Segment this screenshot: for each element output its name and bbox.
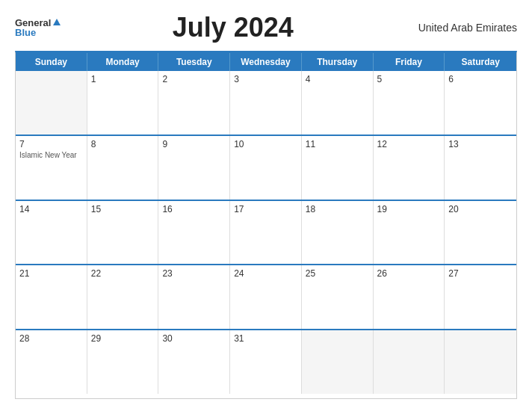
month-title: July 2024 (61, 12, 405, 43)
week-row: 21222324252627 (16, 264, 516, 329)
day-number: 14 (19, 204, 83, 214)
header-wednesday: Wednesday (230, 53, 302, 71)
day-cell: 10 (230, 136, 302, 200)
day-number: 13 (448, 139, 513, 149)
day-number: 31 (234, 333, 297, 344)
day-cell: 25 (302, 265, 374, 329)
calendar: Sunday Monday Tuesday Wednesday Thursday… (15, 51, 517, 399)
header-thursday: Thursday (302, 53, 374, 71)
week-row: 123456 (16, 71, 516, 135)
day-number: 30 (162, 333, 226, 344)
day-number: 17 (234, 204, 297, 214)
day-cell: 19 (374, 201, 445, 265)
day-cell: 18 (302, 201, 374, 265)
day-cell: 24 (230, 265, 302, 329)
day-number: 28 (19, 333, 83, 344)
day-cell: 15 (87, 201, 159, 265)
day-number: 19 (377, 204, 441, 214)
day-cell: 27 (445, 265, 516, 329)
day-cell: 23 (158, 265, 230, 329)
calendar-page: General Blue July 2024 United Arab Emira… (0, 0, 532, 411)
day-cell: 3 (230, 71, 302, 135)
logo-blue-text: Blue (15, 28, 36, 37)
day-cell: 1 (87, 71, 159, 135)
day-cell: 20 (445, 201, 516, 265)
day-cell: 30 (158, 330, 230, 394)
day-number: 21 (19, 268, 83, 279)
day-number: 29 (91, 333, 155, 344)
day-cell: 21 (16, 265, 87, 329)
header-monday: Monday (87, 53, 159, 71)
day-number: 12 (377, 139, 441, 149)
day-cell: 14 (16, 201, 87, 265)
day-number: 11 (306, 139, 369, 149)
day-number: 2 (162, 74, 226, 84)
day-cell: 28 (16, 330, 87, 394)
day-cell: 11 (302, 136, 374, 200)
day-number: 4 (306, 74, 369, 84)
day-number: 8 (91, 139, 155, 149)
day-cell: 12 (374, 136, 445, 200)
header-tuesday: Tuesday (158, 53, 230, 71)
day-number: 22 (91, 268, 155, 279)
header-sunday: Sunday (16, 53, 87, 71)
day-number: 24 (234, 268, 297, 279)
day-number: 20 (448, 204, 513, 214)
day-cell: 22 (87, 265, 159, 329)
day-number: 26 (377, 268, 441, 279)
day-number: 1 (91, 74, 155, 84)
day-cell: 5 (374, 71, 445, 135)
day-cell: 16 (158, 201, 230, 265)
day-number: 5 (377, 74, 441, 84)
day-cell (16, 71, 87, 135)
day-number: 7 (19, 139, 83, 149)
weeks-container: 1234567Islamic New Year89101112131415161… (16, 71, 516, 394)
day-cell: 7Islamic New Year (16, 136, 87, 200)
day-cell: 31 (230, 330, 302, 394)
logo-triangle-icon (53, 19, 61, 25)
week-row: 14151617181920 (16, 200, 516, 265)
week-row: 7Islamic New Year8910111213 (16, 135, 516, 200)
day-cell: 4 (302, 71, 374, 135)
country-name: United Arab Emirates (405, 22, 517, 34)
day-number: 9 (162, 139, 226, 149)
day-number: 25 (306, 268, 369, 279)
header-saturday: Saturday (445, 53, 516, 71)
day-number: 15 (91, 204, 155, 214)
header-friday: Friday (374, 53, 445, 71)
day-cell: 26 (374, 265, 445, 329)
day-cell: 6 (445, 71, 516, 135)
day-cell: 8 (87, 136, 159, 200)
day-cell: 9 (158, 136, 230, 200)
header: General Blue July 2024 United Arab Emira… (15, 12, 517, 43)
day-number: 18 (306, 204, 369, 214)
day-number: 23 (162, 268, 226, 279)
day-cell: 29 (87, 330, 159, 394)
day-headers: Sunday Monday Tuesday Wednesday Thursday… (16, 53, 516, 71)
day-cell (445, 330, 516, 394)
event-label: Islamic New Year (19, 151, 83, 159)
day-number: 3 (234, 74, 297, 84)
day-cell: 13 (445, 136, 516, 200)
logo: General Blue (15, 18, 61, 37)
day-number: 16 (162, 204, 226, 214)
day-number: 10 (234, 139, 297, 149)
day-number: 27 (448, 268, 513, 279)
day-number: 6 (448, 74, 513, 84)
day-cell: 2 (158, 71, 230, 135)
week-row: 28293031 (16, 329, 516, 394)
day-cell (302, 330, 374, 394)
day-cell (374, 330, 445, 394)
day-cell: 17 (230, 201, 302, 265)
